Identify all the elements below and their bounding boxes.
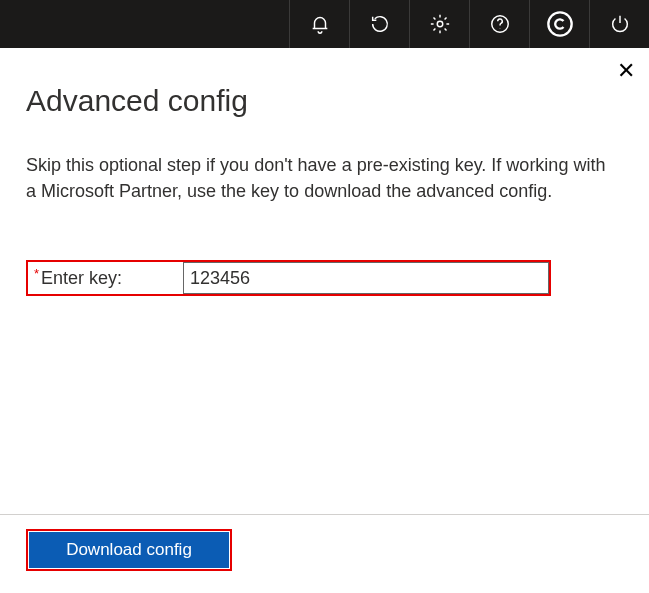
refresh-button[interactable]	[349, 0, 409, 48]
refresh-icon	[369, 13, 391, 35]
top-toolbar	[0, 0, 649, 48]
power-icon	[609, 13, 631, 35]
page-title: Advanced config	[26, 48, 623, 152]
gear-icon	[429, 13, 451, 35]
settings-button[interactable]	[409, 0, 469, 48]
close-button[interactable]: ✕	[617, 60, 635, 82]
enter-key-label: Enter key:	[41, 268, 122, 289]
notifications-button[interactable]	[289, 0, 349, 48]
enter-key-field-row: * Enter key:	[26, 260, 551, 296]
power-button[interactable]	[589, 0, 649, 48]
close-icon: ✕	[617, 58, 635, 83]
dialog-description: Skip this optional step if you don't hav…	[26, 152, 623, 204]
advanced-config-dialog: ✕ Advanced config Skip this optional ste…	[0, 48, 649, 296]
enter-key-label-wrap: * Enter key:	[28, 262, 183, 294]
dialog-footer: Download config	[0, 514, 649, 593]
copyright-button[interactable]	[529, 0, 589, 48]
help-button[interactable]	[469, 0, 529, 48]
required-marker: *	[34, 262, 39, 281]
copyright-icon	[546, 10, 574, 38]
download-config-button[interactable]: Download config	[29, 532, 229, 568]
help-icon	[489, 13, 511, 35]
enter-key-input[interactable]	[183, 262, 549, 294]
svg-point-2	[548, 12, 571, 35]
download-config-highlight: Download config	[26, 529, 232, 571]
svg-point-0	[437, 21, 443, 27]
bell-icon	[309, 13, 331, 35]
